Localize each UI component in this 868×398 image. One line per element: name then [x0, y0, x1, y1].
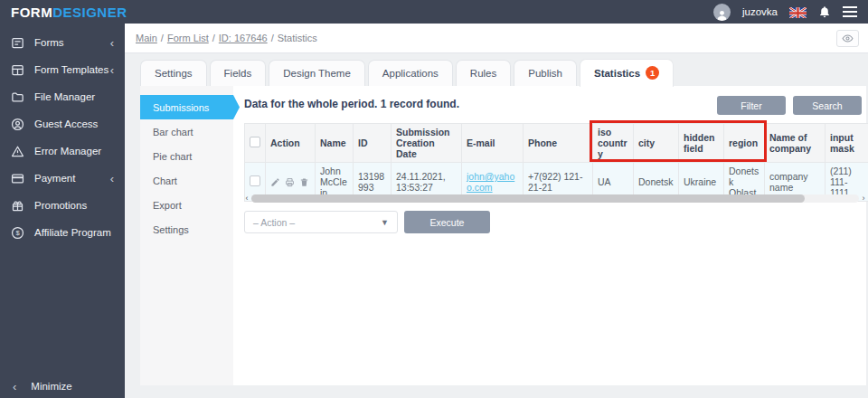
print-icon[interactable] — [285, 177, 295, 187]
error-manager-icon — [11, 145, 24, 158]
brand-part2: DESIGNER — [52, 5, 127, 20]
sidebar-item-error-manager[interactable]: Error Manager — [0, 137, 125, 165]
scroll-right-arrow[interactable]: › — [859, 194, 868, 203]
header-hidden-field: hidden field — [679, 124, 724, 163]
affiliate-program-icon: $ — [11, 226, 24, 240]
content-area: Main/Form List/ID: 167646/Statistics Set… — [125, 24, 868, 398]
table-header-row: Action Name ID Submission Creation Date … — [245, 124, 868, 163]
action-select[interactable]: – Action – ▼ — [244, 211, 398, 233]
chevron-left-icon: ‹ — [13, 380, 16, 393]
chevron-left-icon: ‹ — [110, 37, 114, 49]
sidebar-item-label: Error Manager — [34, 146, 101, 156]
menu-hamburger-icon[interactable] — [843, 6, 857, 17]
topbar: FORMDESIGNER juzovka — [0, 0, 868, 24]
sidebar-item-label: Payment — [34, 173, 75, 184]
tab-settings[interactable]: Settings — [140, 60, 207, 87]
tab-rules[interactable]: Rules — [456, 60, 511, 87]
breadcrumb-bar: Main/Form List/ID: 167646/Statistics — [125, 24, 868, 53]
header-iso-country: iso country — [593, 124, 634, 163]
filter-button[interactable]: Filter — [717, 96, 786, 115]
sidebar-item-label: Forms — [34, 37, 64, 48]
submissions-table: Action Name ID Submission Creation Date … — [244, 123, 868, 202]
tab-fields[interactable]: Fields — [210, 60, 267, 87]
person-icon — [716, 9, 728, 21]
statistics-subnav: Submissions Bar chart Pie chart Chart Ex… — [140, 86, 233, 385]
sidebar-item-promotions[interactable]: Promotions — [0, 192, 125, 219]
records-summary: Data for the whole period. 1 record foun… — [244, 98, 459, 110]
subnav-item-settings[interactable]: Settings — [140, 217, 233, 242]
file-manager-icon — [11, 90, 24, 104]
language-flag-icon[interactable] — [789, 6, 807, 18]
header-phone: Phone — [524, 124, 593, 163]
row-actions — [270, 177, 310, 187]
sidebar-item-file-manager[interactable]: File Manager — [0, 83, 125, 110]
search-button[interactable]: Search — [793, 96, 862, 115]
user-avatar[interactable] — [713, 4, 731, 21]
payment-icon — [11, 172, 24, 185]
guest-access-icon — [11, 118, 24, 131]
sidebar-item-payment[interactable]: Payment ‹ — [0, 165, 125, 192]
sidebar-minimize-button[interactable]: ‹ Minimize — [0, 374, 125, 398]
svg-text:$: $ — [15, 229, 20, 237]
promotions-icon — [11, 199, 24, 213]
statistics-panel: Submissions Bar chart Pie chart Chart Ex… — [140, 86, 866, 385]
header-action: Action — [266, 124, 316, 163]
sidebar-item-label: Guest Access — [34, 118, 98, 129]
form-templates-icon — [11, 63, 24, 77]
bulk-action-row: – Action – ▼ Execute — [244, 211, 490, 233]
tab-publish[interactable]: Publish — [514, 60, 577, 87]
breadcrumb-link-form-list[interactable]: Form List — [167, 33, 209, 43]
breadcrumb-link-main[interactable]: Main — [136, 33, 157, 43]
horizontal-scrollbar: ‹ › — [242, 194, 868, 203]
subnav-item-submissions[interactable]: Submissions — [140, 95, 240, 119]
preview-button[interactable] — [836, 30, 859, 47]
brand-part1: FORM — [11, 5, 52, 20]
breadcrumb-separator: / — [161, 33, 164, 43]
sidebar-item-forms[interactable]: Forms ‹ — [0, 29, 125, 56]
header-select-all — [245, 124, 266, 163]
sidebar-item-label: Affiliate Program — [34, 227, 111, 238]
scrollbar-track[interactable] — [251, 194, 859, 203]
username[interactable]: juzovka — [742, 6, 778, 17]
sidebar: Forms ‹ Form Templates ‹ File Manager Gu… — [0, 24, 125, 398]
subnav-item-pie-chart[interactable]: Pie chart — [140, 144, 233, 168]
tab-bar: Settings Fields Design Theme Application… — [140, 59, 676, 87]
select-all-checkbox[interactable] — [250, 137, 260, 147]
sidebar-item-guest-access[interactable]: Guest Access — [0, 110, 125, 137]
sidebar-item-affiliate-program[interactable]: $ Affiliate Program — [0, 219, 125, 246]
sidebar-item-label: Promotions — [34, 200, 87, 211]
delete-icon[interactable] — [299, 177, 309, 187]
notifications-bell-icon[interactable] — [818, 5, 831, 18]
cell-email-link[interactable]: john@yahoo.com — [467, 171, 514, 193]
breadcrumb: Main/Form List/ID: 167646/Statistics — [136, 33, 317, 43]
statistics-count-badge: 1 — [646, 66, 659, 80]
sidebar-item-form-templates[interactable]: Form Templates ‹ — [0, 56, 125, 83]
edit-icon[interactable] — [270, 177, 280, 187]
scroll-left-arrow[interactable]: ‹ — [242, 194, 251, 203]
breadcrumb-current: Statistics — [278, 33, 317, 43]
eye-icon — [842, 33, 854, 44]
tab-applications[interactable]: Applications — [368, 60, 453, 87]
breadcrumb-link-form-id[interactable]: ID: 167646 — [219, 33, 268, 43]
header-name-of-company: Name of company — [765, 124, 826, 163]
header-name: Name — [316, 124, 354, 163]
tab-design-theme[interactable]: Design Theme — [269, 60, 365, 87]
header-city: city — [634, 124, 679, 163]
scrollbar-thumb[interactable] — [251, 194, 805, 203]
subnav-item-export[interactable]: Export — [140, 193, 233, 217]
execute-button[interactable]: Execute — [404, 211, 490, 233]
header-region: region — [724, 124, 765, 163]
header-email: E-mail — [462, 124, 524, 163]
row-checkbox[interactable] — [250, 175, 260, 186]
breadcrumb-separator: / — [212, 33, 215, 43]
subnav-item-chart[interactable]: Chart — [140, 168, 233, 193]
caret-down-icon: ▼ — [381, 218, 389, 227]
tab-statistics[interactable]: Statistics1 — [580, 59, 674, 87]
action-select-value: – Action – — [253, 217, 295, 228]
minimize-label: Minimize — [31, 381, 71, 392]
submissions-table-wrap: Action Name ID Submission Creation Date … — [244, 123, 868, 202]
header-input-mask: input mask — [826, 124, 868, 163]
brand-logo[interactable]: FORMDESIGNER — [11, 5, 127, 20]
subnav-item-bar-chart[interactable]: Bar chart — [140, 119, 233, 144]
header-submission-creation-date: Submission Creation Date — [392, 124, 462, 163]
